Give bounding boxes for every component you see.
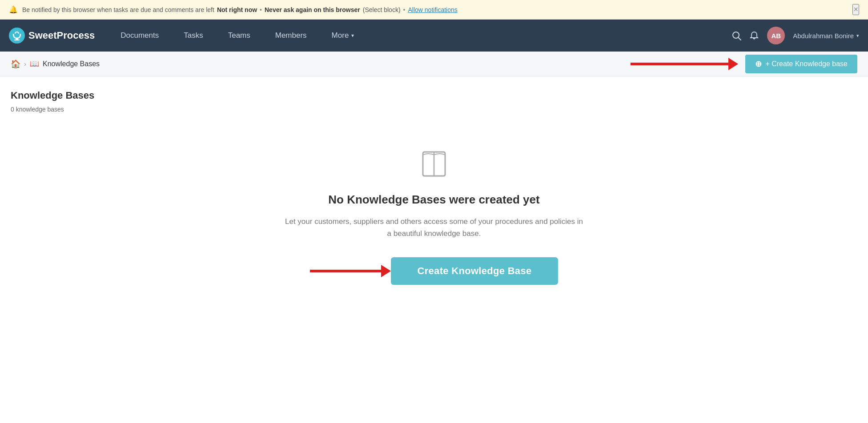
create-knowledge-base-header-button[interactable]: ⊕ + Create Knowledge base [745,55,857,73]
nav-item-teams[interactable]: Teams [216,20,263,52]
logo-icon [9,28,25,44]
kb-count: 0 knowledge bases [11,106,857,113]
breadcrumb-bar: 🏠 › 📖 Knowledge Bases ⊕ + Create Knowled… [0,52,868,76]
svg-line-4 [739,38,741,40]
more-caret-icon: ▾ [351,32,354,39]
empty-state-title: No Knowledge Bases were created yet [328,193,539,207]
notification-option2[interactable]: Never ask again on this browser [265,6,360,13]
notification-text: Be notified by this browser when tasks a… [22,6,214,13]
create-kb-plus-icon: ⊕ [755,59,762,69]
create-knowledge-base-center-button[interactable]: Create Knowledge Base [391,257,559,285]
svg-point-0 [9,28,25,44]
breadcrumb: 🏠 › 📖 Knowledge Bases [11,59,100,69]
bell-icon: 🔔 [9,5,18,14]
nav-links: Documents Tasks Teams Members More ▾ [108,20,731,52]
svg-rect-1 [16,38,18,40]
dot1: • [260,6,262,13]
avatar[interactable]: AB [767,27,785,44]
search-icon [731,31,741,40]
logo[interactable]: SweetProcess [9,28,95,44]
notification-close-button[interactable]: × [852,4,859,15]
empty-book-icon [418,148,450,184]
nav-item-documents[interactable]: Documents [108,20,171,52]
nav-item-more[interactable]: More ▾ [319,20,367,52]
nav-item-members[interactable]: Members [263,20,319,52]
center-arrow [310,265,391,277]
logo-text: SweetProcess [28,30,95,41]
page-title: Knowledge Bases [11,90,857,101]
top-nav: SweetProcess Documents Tasks Teams Membe… [0,20,868,52]
home-icon[interactable]: 🏠 [11,59,20,69]
breadcrumb-right: ⊕ + Create Knowledge base [631,55,857,73]
notifications-button[interactable] [749,31,759,40]
breadcrumb-kb-label: Knowledge Bases [43,60,100,68]
notification-option2-suffix: (Select block) [363,6,401,13]
center-arrow-row: Create Knowledge Base [310,257,559,285]
breadcrumb-arrow [631,58,738,70]
search-button[interactable] [731,31,741,40]
nav-item-tasks[interactable]: Tasks [171,20,215,52]
allow-notifications-link[interactable]: Allow notifications [408,6,457,13]
svg-rect-2 [14,40,20,40]
page-content: Knowledge Bases 0 knowledge bases No Kno… [0,76,868,325]
empty-state-description: Let your customers, suppliers and others… [283,215,585,239]
user-caret-icon: ▾ [856,33,859,39]
breadcrumb-separator: › [24,60,26,68]
user-menu[interactable]: Abdulrahman Bonire ▾ [793,32,859,40]
empty-state: No Knowledge Bases were created yet Let … [11,113,857,311]
notification-option1[interactable]: Not right now [217,6,257,13]
notification-bar: 🔔 Be notified by this browser when tasks… [0,0,868,20]
bell-nav-icon [749,31,759,40]
dot2: • [403,6,406,13]
knowledge-bases-icon: 📖 [30,59,39,68]
nav-right: AB Abdulrahman Bonire ▾ [731,27,859,44]
